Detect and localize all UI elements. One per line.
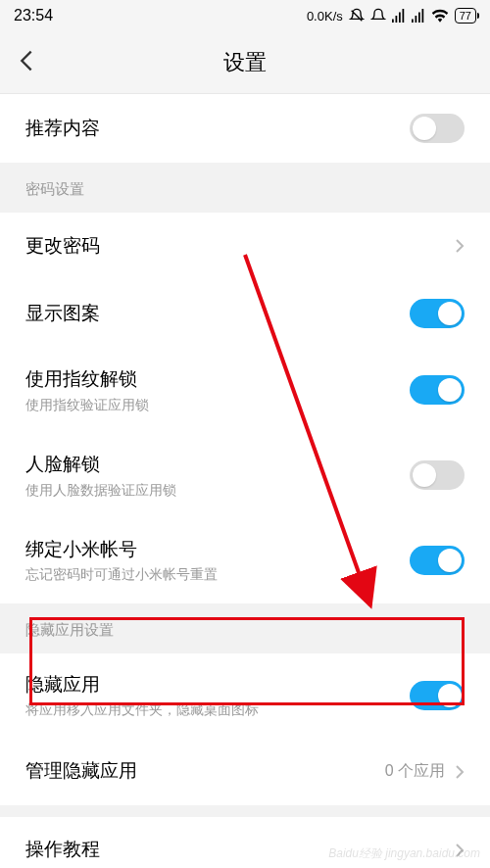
row-title: 人脸解锁 — [25, 453, 410, 477]
row-face-unlock[interactable]: 人脸解锁 使用人脸数据验证应用锁 — [0, 433, 490, 518]
network-speed: 0.0K/s — [307, 9, 343, 24]
row-hide-apps[interactable]: 隐藏应用 将应用移入应用文件夹，隐藏桌面图标 — [0, 653, 490, 739]
section-header-password: 密码设置 — [0, 163, 490, 213]
row-title: 绑定小米帐号 — [25, 538, 410, 562]
row-subtitle: 使用指纹验证应用锁 — [25, 396, 410, 413]
watermark: Baidu经验 jingyan.baidu.com — [328, 845, 480, 862]
row-subtitle: 使用人脸数据验证应用锁 — [25, 481, 410, 499]
status-time: 23:54 — [14, 7, 53, 24]
row-title: 使用指纹解锁 — [25, 367, 410, 392]
row-change-password[interactable]: 更改密码 — [0, 213, 490, 279]
toggle-fingerprint[interactable] — [410, 375, 465, 405]
dnd-icon — [349, 8, 365, 24]
row-subtitle: 忘记密码时可通过小米帐号重置 — [25, 565, 410, 583]
toggle-face[interactable] — [410, 460, 465, 490]
page-title: 设置 — [223, 48, 267, 77]
section-header-hidden: 隐藏应用设置 — [0, 603, 490, 653]
row-fingerprint[interactable]: 使用指纹解锁 使用指纹验证应用锁 — [0, 348, 490, 433]
toggle-show-pattern[interactable] — [410, 299, 465, 328]
row-bind-mi-account[interactable]: 绑定小米帐号 忘记密码时可通过小米帐号重置 — [0, 518, 490, 603]
toggle-recommend[interactable] — [410, 114, 465, 143]
row-subtitle: 将应用移入应用文件夹，隐藏桌面图标 — [25, 700, 410, 718]
wifi-icon — [431, 9, 449, 23]
row-value: 0 个应用 — [385, 761, 445, 782]
chevron-right-icon — [455, 238, 465, 254]
row-title: 推荐内容 — [25, 117, 410, 141]
chevron-right-icon — [455, 764, 465, 780]
toggle-bind-mi[interactable] — [410, 546, 465, 575]
chevron-left-icon — [20, 49, 33, 72]
row-show-pattern[interactable]: 显示图案 — [0, 279, 490, 348]
signal-icon-2 — [412, 9, 425, 23]
row-title: 显示图案 — [25, 302, 410, 326]
row-recommend[interactable]: 推荐内容 — [0, 94, 490, 163]
row-manage-hidden[interactable]: 管理隐藏应用 0 个应用 — [0, 739, 490, 805]
bell-icon — [370, 8, 386, 24]
signal-icon — [392, 9, 406, 23]
status-right: 0.0K/s 77 — [307, 8, 476, 24]
back-button[interactable] — [0, 49, 53, 76]
toggle-hide-apps[interactable] — [410, 681, 465, 710]
status-bar: 23:54 0.0K/s 77 — [0, 0, 490, 31]
battery-icon: 77 — [455, 8, 476, 24]
header: 设置 — [0, 31, 490, 94]
row-title: 隐藏应用 — [25, 673, 410, 698]
row-title: 管理隐藏应用 — [25, 759, 385, 784]
row-title: 更改密码 — [25, 234, 455, 259]
